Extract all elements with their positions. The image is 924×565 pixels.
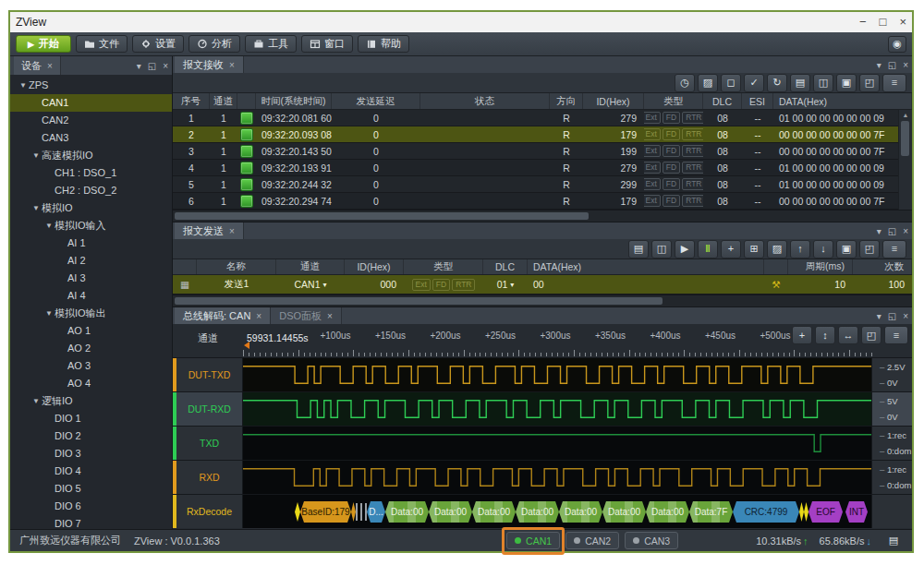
close-icon[interactable]: ×	[163, 61, 168, 71]
float-icon[interactable]: ◱	[888, 60, 896, 70]
column-header-次数[interactable]: 次数	[853, 259, 912, 274]
tree-item-高速模拟io[interactable]: ▼高速模拟IO	[10, 147, 172, 164]
menu-button[interactable]: ≡	[882, 240, 906, 258]
fit-vertical-button[interactable]: ↕	[815, 326, 835, 344]
move-up-button[interactable]: ↑	[790, 240, 810, 258]
tree-item-ao-1[interactable]: AO 1	[10, 322, 172, 340]
scrollbar-thumb[interactable]	[901, 121, 909, 156]
table-row[interactable]: 6109:32:20.294 7460R179ExtFDRTR08--00 00…	[173, 193, 898, 210]
move-down-button[interactable]: ↓	[813, 240, 833, 258]
vertical-scrollbar[interactable]: ▲	[898, 110, 912, 210]
column-header-周期(ms)[interactable]: 周期(ms)	[788, 259, 853, 274]
tab-close-icon[interactable]: ×	[47, 61, 53, 71]
close-icon[interactable]: ×	[899, 13, 906, 31]
table-row[interactable]: 5109:32:20.244 3270R299ExtFDRTR08--01 00…	[173, 176, 898, 193]
decode-field[interactable]: INT	[845, 501, 868, 523]
tab-send[interactable]: 报文发送 ×	[175, 222, 244, 239]
tree-item-dio-5[interactable]: DIO 5	[10, 480, 172, 498]
tree-item-模拟io输出[interactable]: ▼模拟IO输出	[10, 305, 172, 322]
decode-field[interactable]: EOF	[808, 501, 843, 523]
table-row[interactable]: 1109:32:20.081 6040R279ExtFDRTR08--01 00…	[173, 110, 898, 126]
tab-device[interactable]: 设备 ×	[14, 56, 61, 75]
id-format-button[interactable]: ▤	[628, 240, 649, 258]
tree-expand-icon[interactable]: ▼	[30, 199, 42, 217]
decode-field[interactable]: Data:00	[429, 501, 472, 523]
column-header-spacer[interactable]	[173, 259, 197, 274]
toolbar-button-gear[interactable]: 设置	[132, 35, 184, 53]
float-icon[interactable]: ◱	[888, 226, 896, 236]
column-header-发送延迟[interactable]: 发送延迟	[332, 93, 420, 109]
record-button[interactable]: ◷	[675, 74, 695, 92]
column-header-DATA(Hex)[interactable]: DATA(Hex)	[528, 259, 764, 274]
chevron-down-icon[interactable]: ▾	[323, 281, 327, 289]
column-header-状态[interactable]: 状态	[420, 93, 550, 109]
tree-item-逻辑io[interactable]: ▼逻辑IO	[10, 392, 172, 410]
columns-button[interactable]: ◫	[651, 240, 672, 258]
columns-button[interactable]: ◫	[813, 74, 833, 92]
tab-close-icon[interactable]: ×	[229, 226, 235, 236]
float-icon[interactable]: ◱	[888, 311, 896, 321]
column-header-DLC[interactable]: DLC	[703, 93, 742, 109]
tree-item-zps[interactable]: ▼ZPS	[10, 77, 172, 94]
channel-indicator-can1[interactable]: CAN1	[506, 532, 560, 549]
channel-row-rxd[interactable]: RXD1:rec0:dom	[173, 460, 912, 494]
table-row[interactable]: 3109:32:20.143 5020R199ExtFDRTR08--00 00…	[173, 143, 898, 160]
tab-close-icon[interactable]: ×	[327, 311, 333, 321]
column-header-时间(系统时间)[interactable]: 时间(系统时间)	[256, 93, 332, 109]
tree-item-模拟io输入[interactable]: ▼模拟IO输入	[10, 217, 172, 234]
crosshair-button[interactable]: +	[792, 326, 812, 344]
toolbar-button-gauge[interactable]: 分析	[188, 35, 240, 53]
decode-field[interactable]: Data:00	[602, 501, 646, 523]
play-button[interactable]: ▶	[675, 240, 695, 258]
tab-bus-decode[interactable]: 总线解码: CAN ×	[175, 307, 271, 324]
horizontal-scrollbar[interactable]	[173, 210, 912, 222]
channel-row-dut-txd[interactable]: DUT-TXD2.5V0V	[173, 357, 912, 391]
toolbar-button-window[interactable]: 窗口	[301, 35, 353, 53]
maximize-icon[interactable]: □	[880, 13, 887, 31]
insert-frame-button[interactable]: ⊞	[744, 240, 764, 258]
close-icon[interactable]: ×	[903, 60, 908, 70]
column-header-名称[interactable]: 名称	[197, 259, 276, 274]
tree-expand-icon[interactable]: ▼	[43, 217, 55, 234]
send-row[interactable]: ▦发送1CAN1 ▾000ExtFDRTR01 ▾00⚒10100	[173, 275, 912, 295]
tab-receive[interactable]: 报文接收 ×	[175, 56, 244, 73]
close-icon[interactable]: ×	[903, 226, 908, 236]
tree-item-dio-2[interactable]: DIO 2	[10, 427, 172, 445]
toolbar-button-toolbox[interactable]: 工具	[245, 35, 297, 53]
close-icon[interactable]: ×	[903, 311, 908, 321]
tree-item-ao-4[interactable]: AO 4	[10, 375, 172, 392]
dropdown-icon[interactable]: ▾	[877, 60, 881, 70]
column-header-序号[interactable]: 序号	[173, 93, 210, 109]
column-header-ID(Hex)[interactable]: ID(Hex)	[345, 259, 404, 274]
table-row[interactable]: 2109:32:20.093 0880R179ExtFDRTR08--00 00…	[173, 126, 898, 143]
tree-item-模拟io[interactable]: ▼模拟IO	[10, 199, 172, 217]
table-row[interactable]: 4109:32:20.193 9130R279ExtFDRTR08--01 00…	[173, 160, 898, 176]
tree-item-ai-3[interactable]: AI 3	[10, 270, 172, 287]
column-header-类型[interactable]: 类型	[644, 93, 703, 109]
new-window-button[interactable]: ▣	[836, 240, 857, 258]
toolbar-button-book[interactable]: 帮助	[358, 35, 409, 53]
add-frame-button[interactable]: +	[721, 240, 741, 258]
decode-field[interactable]: D...	[367, 501, 385, 523]
edit-check-button[interactable]: ✓	[744, 74, 764, 92]
screenshot-camera-button[interactable]: ◉	[888, 36, 906, 53]
id-format-button[interactable]: ▤	[790, 74, 810, 92]
column-header-类型[interactable]: 类型	[404, 259, 483, 274]
decode-field[interactable]: Data:7F	[689, 501, 733, 523]
tree-item-dio-4[interactable]: DIO 4	[10, 463, 172, 480]
column-header-ESI[interactable]: ESI	[742, 93, 773, 109]
wrench-icon[interactable]: ⚒	[772, 279, 780, 290]
column-header-icon[interactable]	[237, 93, 256, 109]
tree-item-ai-4[interactable]: AI 4	[10, 287, 172, 305]
column-header-通道[interactable]: 通道	[210, 93, 237, 109]
tree-item-can3[interactable]: CAN3	[10, 129, 172, 147]
column-header-通道[interactable]: 通道	[276, 259, 345, 274]
new-window-button[interactable]: ▣	[836, 74, 857, 92]
clear-button[interactable]: ▨	[767, 240, 787, 258]
minimize-icon[interactable]: −	[859, 13, 867, 31]
decode-field[interactable]: Data:00	[385, 501, 429, 523]
decode-field[interactable]: Data:00	[559, 501, 602, 523]
tab-close-icon[interactable]: ×	[256, 311, 261, 321]
dropdown-icon[interactable]: ▾	[137, 61, 141, 71]
tree-item-dio-6[interactable]: DIO 6	[10, 498, 172, 515]
